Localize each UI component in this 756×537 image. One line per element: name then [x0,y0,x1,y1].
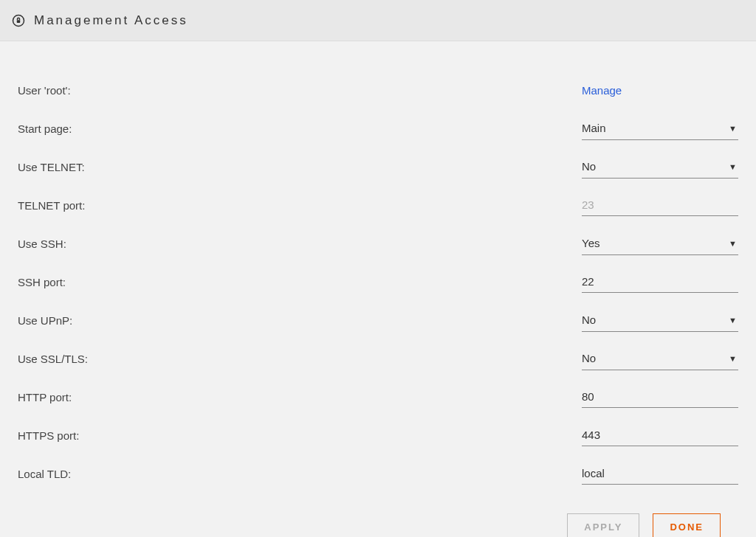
http-port-input[interactable] [582,386,738,408]
row-use-ssh: Use SSH: Yes ▼ [18,224,738,263]
page-header: Management Access [0,0,756,41]
row-start-page: Start page: Main ▼ [18,109,738,148]
row-ssh-port: SSH port: [18,263,738,301]
row-use-telnet: Use TELNET: No ▼ [18,148,738,186]
use-telnet-select[interactable]: No ▼ [582,156,738,179]
label-telnet-port: TELNET port: [18,199,582,212]
label-https-port: HTTPS port: [18,429,582,442]
row-telnet-port: TELNET port: [18,186,738,224]
settings-form: User 'root': Manage Start page: Main ▼ U… [0,41,756,537]
row-use-ssl: Use SSL/TLS: No ▼ [18,339,738,378]
chevron-down-icon: ▼ [729,239,737,248]
start-page-value: Main [582,122,606,134]
https-port-input[interactable] [582,424,738,446]
chevron-down-icon: ▼ [729,316,737,325]
ssh-port-input[interactable] [582,271,738,293]
use-ssh-value: Yes [582,237,599,249]
start-page-select[interactable]: Main ▼ [582,117,738,140]
use-ssl-value: No [582,352,596,364]
label-use-telnet: Use TELNET: [18,161,582,173]
local-tld-input[interactable] [582,462,738,485]
page-title: Management Access [34,13,188,28]
label-use-ssh: Use SSH: [18,238,582,250]
label-use-upnp: Use UPnP: [18,314,582,327]
label-ssh-port: SSH port: [18,276,582,288]
label-http-port: HTTP port: [18,391,582,403]
manage-link[interactable]: Manage [582,84,622,97]
use-upnp-value: No [582,313,596,326]
telnet-port-input[interactable] [582,194,738,216]
label-user-root: User 'root': [18,84,582,97]
label-use-ssl: Use SSL/TLS: [18,353,582,365]
label-local-tld: Local TLD: [18,468,582,480]
row-http-port: HTTP port: [18,378,738,416]
row-https-port: HTTPS port: [18,416,738,454]
apply-button[interactable]: Apply [567,513,639,537]
lock-icon [12,14,25,27]
use-telnet-value: No [582,160,596,173]
use-ssh-select[interactable]: Yes ▼ [582,232,738,255]
row-local-tld: Local TLD: [18,454,738,493]
label-start-page: Start page: [18,122,582,135]
use-upnp-select[interactable]: No ▼ [582,309,738,332]
done-button[interactable]: Done [653,513,721,537]
row-use-upnp: Use UPnP: No ▼ [18,301,738,339]
svg-rect-1 [17,20,21,23]
action-buttons: Apply Done [18,513,738,537]
chevron-down-icon: ▼ [729,162,737,171]
chevron-down-icon: ▼ [729,354,737,363]
chevron-down-icon: ▼ [729,124,737,133]
row-user-root: User 'root': Manage [18,71,738,109]
use-ssl-select[interactable]: No ▼ [582,347,738,370]
